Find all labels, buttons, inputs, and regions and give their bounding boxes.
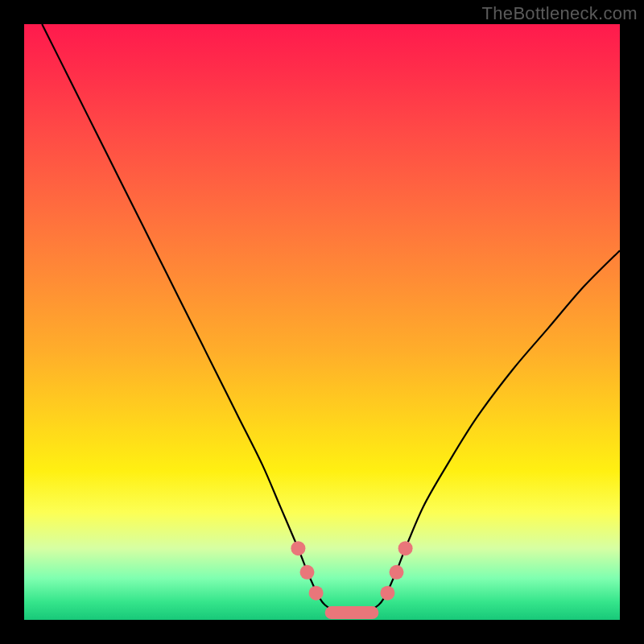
plot-area xyxy=(24,24,620,620)
bottleneck-curve xyxy=(42,24,620,614)
curve-marker xyxy=(390,565,404,580)
watermark-text: TheBottleneck.com xyxy=(482,3,638,24)
curve-marker xyxy=(380,586,394,601)
outer-frame: TheBottleneck.com xyxy=(0,0,644,644)
valley-pill-marker xyxy=(325,606,379,619)
curve-svg xyxy=(24,24,620,620)
curve-marker xyxy=(309,586,324,601)
markers-layer xyxy=(291,541,412,619)
curve-marker xyxy=(300,565,315,580)
curve-marker xyxy=(291,541,305,555)
curve-marker xyxy=(398,541,413,555)
curve-layer xyxy=(42,24,620,614)
